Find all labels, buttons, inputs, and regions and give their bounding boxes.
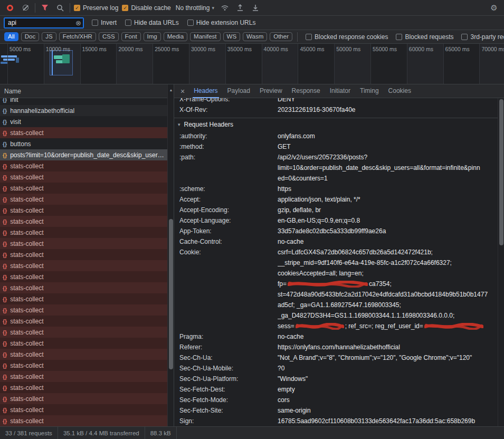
type-filter-css[interactable]: CSS (99, 32, 119, 41)
blocked-response-cookies-checkbox[interactable]: Blocked response cookies (306, 33, 388, 41)
search-button[interactable] (54, 2, 66, 14)
request-row[interactable]: {}stats-collect (0, 271, 167, 282)
script-icon: {} (3, 230, 7, 236)
request-row[interactable]: {}stats-collect (0, 349, 167, 360)
header-name: X-Of-Rev: (174, 104, 278, 115)
type-filter-other[interactable]: Other (270, 32, 292, 41)
request-row[interactable]: {}stats-collect (0, 316, 167, 327)
request-row[interactable]: {}stats-collect (0, 160, 167, 171)
3rd-party-requests-checkbox[interactable]: 3rd-party requests (461, 33, 504, 41)
request-row[interactable]: {}stats-collect (0, 415, 167, 426)
request-row[interactable]: {}visit (0, 116, 167, 127)
preserve-log-checkbox[interactable]: ✓ Preserve log (74, 4, 118, 12)
request-row[interactable]: {}stats-collect (0, 183, 167, 194)
scrollbar-thumb[interactable] (499, 99, 503, 245)
request-row[interactable]: {}stats-collect (0, 194, 167, 205)
script-icon: {} (3, 285, 7, 291)
name-column-header[interactable]: Name (0, 84, 174, 98)
filter-button[interactable] (39, 2, 51, 14)
header-name: App-Token: (174, 226, 278, 236)
hide-data-urls-checkbox[interactable]: Hide data URLs (125, 19, 179, 26)
request-row[interactable]: {}stats-collect (0, 205, 167, 216)
preserve-log-label: Preserve log (83, 4, 118, 12)
scroll-up-icon[interactable]: ▲ (169, 88, 173, 92)
close-details-button[interactable]: × (176, 87, 189, 96)
request-row[interactable]: {}stats-collect (0, 382, 167, 393)
clear-button[interactable] (20, 2, 31, 14)
invert-checkbox[interactable]: Invert (92, 19, 117, 26)
record-button[interactable] (4, 2, 16, 14)
throttling-dropdown[interactable]: No throttling ▾ (175, 4, 215, 12)
scrollbar-thumb[interactable] (169, 219, 173, 369)
type-filter-wasm[interactable]: Wasm (243, 32, 267, 41)
header-value-text: __stripe_mid=9df140f6-e64a-419e-85fc-a1c… (278, 259, 452, 266)
request-row[interactable]: {}stats-collect (0, 249, 167, 260)
request-row[interactable]: {}init (0, 98, 167, 105)
type-filter-all[interactable]: All (4, 32, 18, 41)
details-scrollbar[interactable] (498, 98, 504, 426)
type-filter-img[interactable]: Img (144, 32, 161, 41)
request-row[interactable]: {}stats-collect (0, 293, 167, 304)
request-row[interactable]: {}hannahelizabethofficial (0, 105, 167, 116)
tab-payload[interactable]: Payload (223, 84, 255, 98)
tab-initiator[interactable]: Initiator (325, 84, 355, 98)
timeline-tick-label: 20000 ms (118, 46, 142, 52)
script-icon: {} (3, 218, 7, 225)
request-row[interactable]: {}stats-collect (0, 327, 167, 338)
request-row[interactable]: {}stats-collect (0, 260, 167, 271)
requests-scrollbar[interactable]: ▲ (167, 84, 174, 426)
request-row[interactable]: {}stats-collect (0, 360, 167, 371)
header-value-text: cookiesAccepted=all; lang=en; (278, 270, 364, 277)
request-row[interactable]: {}stats-collect (0, 227, 167, 238)
type-filter-font[interactable]: Font (121, 32, 141, 41)
request-row[interactable]: {}stats-collect (0, 304, 167, 316)
timeline-tick-label: 55000 ms (373, 46, 397, 52)
request-headers-title: Request Headers (184, 121, 233, 128)
request-row[interactable]: {}stats-collect (0, 238, 167, 249)
request-row[interactable]: {}posts?limit=10&order=publish_date_desc… (0, 149, 167, 160)
request-row[interactable]: {}buttons (0, 138, 167, 149)
request-row[interactable]: {}stats-collect (0, 404, 167, 415)
request-row[interactable]: {}stats-collect (0, 338, 167, 349)
request-headers-section[interactable]: ▾ Request Headers (174, 118, 498, 131)
tab-cookies[interactable]: Cookies (384, 84, 416, 98)
upload-icon (237, 4, 243, 11)
header-name: Cache-Control: (174, 236, 278, 247)
type-filter-manifest[interactable]: Manifest (190, 32, 220, 41)
type-filter-js[interactable]: JS (42, 32, 56, 41)
export-har-button[interactable] (250, 2, 261, 14)
record-icon (7, 5, 13, 11)
blocked-requests-checkbox[interactable]: Blocked requests (396, 33, 453, 41)
tab-response[interactable]: Response (287, 84, 325, 98)
network-conditions-button[interactable] (219, 2, 231, 14)
request-name: stats-collect (10, 351, 43, 358)
disable-cache-checkbox[interactable]: ✓ Disable cache (122, 4, 170, 12)
request-row[interactable]: {}stats-collect (0, 171, 167, 183)
import-har-button[interactable] (234, 2, 246, 14)
request-row[interactable]: {}stats-collect (0, 216, 167, 227)
settings-button[interactable]: ⚙ (488, 2, 500, 14)
type-filter-media[interactable]: Media (164, 32, 187, 41)
tab-preview[interactable]: Preview (255, 84, 287, 98)
hide-extension-urls-checkbox[interactable]: Hide extension URLs (187, 19, 256, 26)
header-row: Referer:https://onlyfans.com/hannaheliza… (174, 342, 498, 352)
request-row[interactable]: {}stats-collect (0, 127, 167, 138)
clear-filter-icon[interactable]: ⊗ (75, 20, 81, 26)
type-filter-fetch-xhr[interactable]: Fetch/XHR (59, 32, 96, 41)
header-value: "Not_A Brand";v="8", "Chromium";v="120",… (278, 352, 498, 363)
request-row[interactable]: {}stats-collect (0, 371, 167, 382)
type-filter-ws[interactable]: WS (223, 32, 241, 41)
type-filter-doc[interactable]: Doc (21, 32, 39, 41)
header-name: :authority: (174, 131, 278, 141)
script-icon: {} (3, 351, 7, 358)
script-icon: {} (3, 108, 7, 114)
details-tabs: HeadersPayloadPreviewResponseInitiatorTi… (189, 84, 416, 98)
request-row[interactable]: {}stats-collect (0, 393, 167, 404)
request-row[interactable]: {}stats-collect (0, 282, 167, 293)
tab-timing[interactable]: Timing (355, 84, 384, 98)
tab-headers[interactable]: Headers (189, 84, 222, 98)
timeline-gridline (407, 44, 407, 84)
timeline-overview[interactable]: 5000 ms10000 ms15000 ms20000 ms25000 ms3… (0, 44, 504, 84)
filter-input[interactable] (4, 18, 83, 28)
header-name: Pragma: (174, 331, 278, 342)
